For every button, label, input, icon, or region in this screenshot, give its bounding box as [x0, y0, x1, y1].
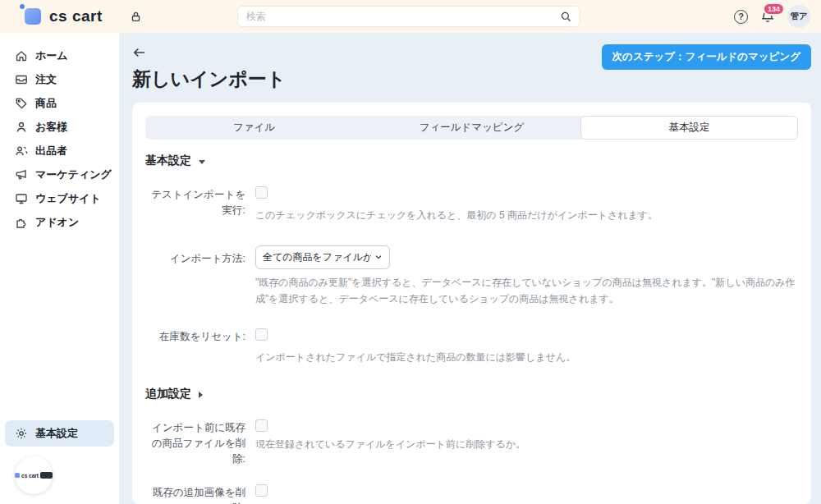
main-content: 新しいインポート 次のステップ：フィールドのマッピング ファイル フィールドマッ… — [119, 33, 821, 504]
sidebar-item-website[interactable]: ウェブサイト — [0, 186, 119, 210]
sidebar-item-vendors[interactable]: 出品者 — [0, 139, 119, 163]
user-avatar[interactable]: 管ア — [787, 5, 810, 28]
cs-cart-mini-logo-text: cs cart — [21, 473, 39, 479]
chevron-right-icon — [199, 392, 203, 398]
field-help-text: インポートされたファイルで指定された商品の数量には影響しません。 — [255, 350, 798, 366]
sidebar-item-settings[interactable]: 基本設定 — [5, 420, 114, 447]
field-help-text: このチェックボックスにチェックを入れると、最初の 5 商品だけがインポートされま… — [255, 208, 798, 224]
cs-cart-badge[interactable]: cs cart — [15, 456, 53, 494]
megaphone-icon — [15, 168, 28, 181]
help-icon[interactable]: ? — [734, 10, 748, 24]
sidebar-nav: ホーム 注文 商品 お客様 — [0, 33, 119, 234]
back-arrow-icon — [132, 45, 147, 60]
puzzle-icon — [15, 216, 28, 229]
search-input[interactable] — [238, 11, 560, 22]
orders-icon — [15, 73, 28, 86]
cs-cart-mini-logo-icon — [15, 473, 20, 478]
cs-cart-logo[interactable]: cs cart — [25, 7, 103, 25]
sidebar-item-label: お客様 — [35, 120, 67, 135]
delete-additional-images-checkbox[interactable] — [255, 484, 268, 497]
form-row-delete-additional-images: 既存の追加画像を削除: このチェックボックスにチェックを入れると、既存の追加画像… — [145, 484, 798, 504]
cs-cart-logo-icon — [25, 8, 41, 25]
tab-field-mapping[interactable]: フィールドマッピング — [363, 116, 580, 140]
form-row-delete-file-before-import: インポート前に既存の商品ファイルを削除: 現在登録されているファイルをインポート… — [145, 419, 798, 466]
sidebar-item-label: 基本設定 — [35, 426, 78, 441]
chevron-down-icon — [199, 160, 205, 164]
sidebar-item-home[interactable]: ホーム — [0, 44, 119, 67]
sidebar-item-label: アドオン — [35, 215, 79, 230]
sidebar-item-products[interactable]: 商品 — [0, 91, 119, 115]
global-search — [237, 6, 580, 27]
top-bar: cs cart ? 134 管ア — [0, 0, 821, 33]
chevron-down-icon — [374, 253, 383, 261]
sidebar-item-label: マーケティング — [35, 167, 112, 182]
back-button[interactable] — [132, 45, 147, 60]
field-label: インポート前に既存の商品ファイルを削除: — [145, 419, 245, 466]
test-import-checkbox[interactable] — [255, 186, 268, 199]
section-title: 基本設定 — [145, 153, 191, 168]
field-help-text: 現在登録されているファイルをインポート前に削除するか。 — [255, 437, 798, 453]
field-help-text: "既存の商品のみ更新"を選択すると、データベースに存在していないショップの商品は… — [255, 275, 798, 308]
form-row-test-import: テストインポートを実行: このチェックボックスにチェックを入れると、最初の 5 … — [145, 186, 798, 224]
topbar-actions: ? 134 管ア — [734, 0, 810, 33]
reset-inventory-checkbox[interactable] — [255, 328, 268, 341]
sidebar-item-addons[interactable]: アドオン — [0, 210, 119, 234]
sidebar-item-customers[interactable]: お客様 — [0, 115, 119, 139]
section-additional-settings[interactable]: 追加設定 — [145, 387, 798, 401]
gear-icon — [15, 427, 28, 440]
select-value: 全ての商品をファイルからインポート — [263, 250, 371, 264]
sidebar-item-label: 商品 — [35, 96, 57, 111]
logo-text: cs cart — [49, 7, 103, 25]
cs-cart-version-pill — [40, 472, 53, 479]
sidebar-item-label: ウェブサイト — [35, 191, 101, 206]
page-title: 新しいインポート — [132, 66, 811, 92]
sidebar-footer: 基本設定 cs cart — [0, 420, 119, 494]
field-label: インポート方法: — [145, 245, 245, 308]
delete-file-checkbox[interactable] — [255, 419, 268, 432]
section-title: 追加設定 — [145, 387, 191, 401]
customer-icon — [15, 121, 28, 134]
field-label: テストインポートを実行: — [145, 186, 245, 224]
monitor-icon — [15, 192, 28, 205]
notification-count-badge: 134 — [763, 2, 785, 16]
import-steps-tabbar: ファイル フィールドマッピング 基本設定 — [145, 116, 798, 140]
sidebar-item-label: 出品者 — [35, 144, 67, 158]
field-label: 既存の追加画像を削除: — [145, 484, 245, 504]
field-label: 在庫数をリセット: — [145, 328, 245, 366]
tag-icon — [15, 97, 28, 110]
sidebar-item-label: ホーム — [35, 48, 68, 63]
import-strategy-select[interactable]: 全ての商品をファイルからインポート — [255, 245, 390, 269]
next-step-button[interactable]: 次のステップ：フィールドのマッピング — [602, 44, 811, 70]
sidebar-item-label: 注文 — [35, 72, 57, 87]
home-icon — [15, 49, 28, 62]
search-icon[interactable] — [560, 11, 572, 23]
sidebar-item-marketing[interactable]: マーケティング — [0, 163, 119, 186]
tab-file[interactable]: ファイル — [145, 116, 363, 140]
import-settings-card: ファイル フィールドマッピング 基本設定 基本設定 テストインポートを実行: こ… — [132, 103, 811, 504]
form-row-import-strategy: インポート方法: 全ての商品をファイルからインポート "既存の商品のみ更新"を選… — [145, 245, 798, 308]
sidebar-item-orders[interactable]: 注文 — [0, 67, 119, 91]
tab-basic-settings[interactable]: 基本設定 — [580, 116, 798, 140]
sidebar: ホーム 注文 商品 お客様 — [0, 33, 119, 504]
notifications-bell[interactable]: 134 — [760, 9, 775, 24]
form-row-reset-inventory: 在庫数をリセット: インポートされたファイルで指定された商品の数量には影響しませ… — [145, 328, 798, 366]
section-basic-settings[interactable]: 基本設定 — [145, 153, 798, 168]
vendors-icon — [15, 144, 28, 158]
lock-icon[interactable] — [129, 10, 143, 24]
